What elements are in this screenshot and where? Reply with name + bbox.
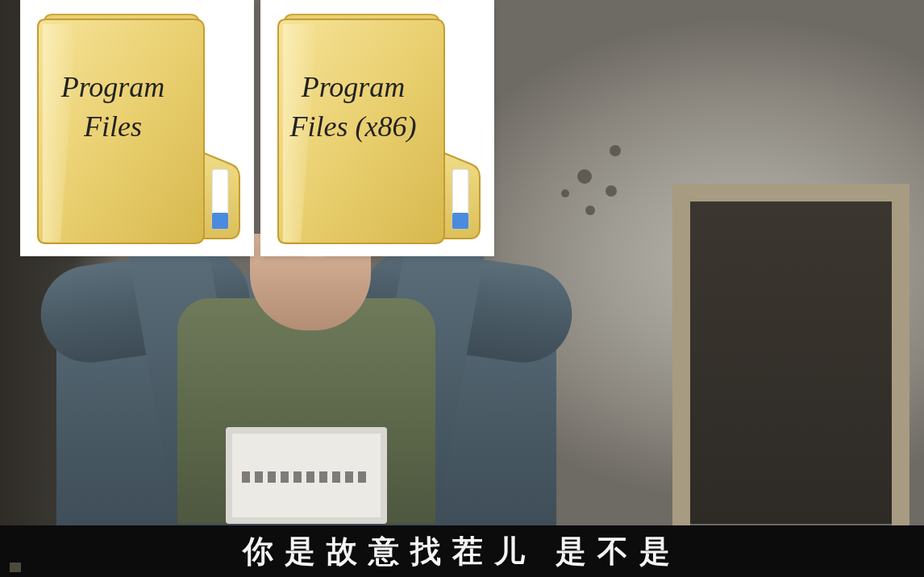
folder-overlay-group: Program Files: [20, 0, 494, 256]
background-wall-spots: [561, 145, 658, 242]
background-doorway: [690, 201, 892, 524]
person-torso: [56, 242, 556, 548]
folder-icon: [268, 8, 486, 248]
folder-icon: [28, 8, 246, 248]
svg-rect-1: [212, 213, 228, 229]
folder-program-files: Program Files: [20, 0, 254, 256]
svg-rect-3: [452, 213, 468, 229]
subtitle-text: 你是故意找茬儿 是不是: [243, 531, 682, 572]
subtitle-bar: 你是故意找茬儿 是不是: [0, 525, 924, 577]
tshirt-graphic: [226, 427, 387, 524]
corner-marker: [10, 562, 21, 572]
folder-program-files-x86: Program Files (x86): [260, 0, 494, 256]
